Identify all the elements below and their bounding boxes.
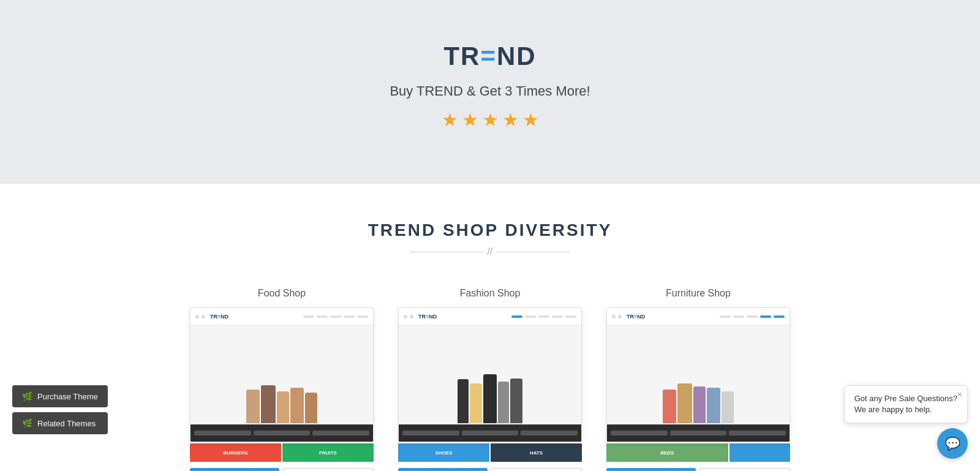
nav-link (330, 315, 341, 318)
food-thumb-strip: BURGERS FRUITS (190, 443, 374, 462)
food-preview-button[interactable]: LIVE PREVIEW (283, 468, 374, 471)
fashion-people (458, 374, 522, 423)
fashion-preview-button[interactable]: LIVE PREVIEW (491, 468, 582, 471)
bottom-bar-item (194, 431, 251, 435)
star-rating: ★ ★ ★ ★ ★ (442, 109, 539, 130)
hero-section: TR = ND Buy TREND & Get 3 Times More! ★ … (0, 0, 980, 184)
food-person-1 (246, 390, 260, 423)
furniture-person-4 (707, 388, 720, 423)
furniture-thumb-blue (729, 443, 790, 462)
chat-open-button[interactable]: 💬 (937, 428, 968, 459)
bottom-bar-item (402, 431, 459, 435)
related-label: Related Themes (37, 419, 96, 428)
fashion-thumb-label: SHOES (435, 450, 452, 456)
fashion-thumb-label2: HATS (530, 450, 543, 456)
shop-label-furniture: Furniture Shop (666, 288, 731, 299)
fashion-bottom-bar (399, 424, 581, 442)
fashion-person-3 (483, 374, 497, 423)
bottom-bar-item (611, 431, 668, 435)
chat-message-line2: We are happy to help. (854, 404, 957, 415)
nav-link (344, 315, 355, 318)
logo-nd: ND (497, 42, 537, 71)
chat-bubble: × Got any Pre Sale Questions? We are hap… (844, 385, 968, 423)
shop-preview-fashion: TR=ND (398, 307, 582, 442)
food-person-4 (290, 388, 304, 423)
star-5: ★ (522, 109, 539, 130)
furniture-card-buttons: BUY NOW LIVE PREVIEW (606, 468, 790, 471)
shop-grid: Food Shop TR=ND (61, 288, 919, 471)
fashion-card-buttons: BUY NOW LIVE PREVIEW (398, 468, 582, 471)
shop-card-furniture: Furniture Shop TR=ND (606, 288, 790, 471)
related-icon: 🌿 (22, 418, 32, 428)
food-person-5 (305, 393, 317, 423)
preview-bar-fashion: TR=ND (399, 308, 581, 325)
star-2: ★ (462, 109, 478, 130)
chat-widget: × Got any Pre Sale Questions? We are hap… (844, 385, 968, 459)
fashion-person-4 (498, 382, 509, 423)
nav-link (747, 315, 758, 318)
food-person-3 (277, 391, 289, 423)
bottom-bar-item (312, 431, 369, 435)
preview-content-fashion (399, 325, 581, 442)
furniture-people (663, 383, 734, 423)
related-themes-button[interactable]: 🌿 Related Themes (12, 412, 108, 434)
main-section: TREND SHOP DIVERSITY // Food Shop TR=ND (0, 184, 980, 471)
nav-link (565, 315, 576, 318)
nav-link (317, 315, 328, 318)
divider-line-right (496, 252, 570, 252)
fashion-thumb-shoes: SHOES (398, 443, 489, 462)
bar-dot (202, 315, 205, 318)
preview-nav-links (303, 315, 368, 318)
bottom-bar-item (670, 431, 727, 435)
fashion-thumb-hats: HATS (491, 443, 582, 462)
food-bottom-bar (190, 424, 373, 442)
purchase-label: Purchase Theme (37, 392, 98, 401)
food-person-2 (261, 385, 276, 423)
purchase-icon: 🌿 (22, 391, 32, 401)
preview-content-food (190, 325, 373, 442)
shop-label-food: Food Shop (258, 288, 306, 299)
nav-link (733, 315, 744, 318)
divider-line-left (410, 252, 484, 252)
preview-logo: TR=ND (627, 314, 645, 320)
bottom-bar-item (462, 431, 519, 435)
nav-link (511, 315, 522, 318)
preview-logo: TR=ND (418, 314, 437, 320)
section-divider: // (398, 246, 582, 257)
furniture-person-3 (693, 386, 706, 423)
section-title: TREND SHOP DIVERSITY (12, 220, 968, 240)
bottom-bar-item (254, 431, 311, 435)
preview-nav-links (720, 315, 785, 318)
nav-link (525, 315, 536, 318)
nav-link (720, 315, 731, 318)
furniture-person-1 (663, 390, 676, 423)
bar-dot (618, 315, 622, 318)
nav-link (357, 315, 368, 318)
bar-dot (195, 315, 199, 318)
furniture-buy-button[interactable]: BUY NOW (606, 468, 696, 471)
fashion-person-1 (458, 379, 469, 423)
preview-bar-furniture: TR=ND (607, 308, 790, 325)
chat-button-icon: 💬 (945, 437, 960, 450)
purchase-theme-button[interactable]: 🌿 Purchase Theme (12, 385, 108, 407)
furniture-thumb-strip: BEDS (606, 443, 790, 462)
preview-logo: TR=ND (210, 314, 228, 320)
food-thumb-label2: FRUITS (319, 450, 337, 456)
fashion-thumb-strip: SHOES HATS (398, 443, 582, 462)
nav-link (552, 315, 563, 318)
furniture-preview-button[interactable]: LIVE PREVIEW (699, 468, 790, 471)
bottom-bar-item (521, 431, 578, 435)
bar-dot (612, 315, 616, 318)
preview-nav-links (511, 315, 576, 318)
chat-close-button[interactable]: × (957, 390, 962, 399)
nav-link (538, 315, 549, 318)
fashion-buy-button[interactable]: BUY NOW (398, 468, 488, 471)
divider-icon: // (488, 246, 493, 257)
preview-content-furniture (607, 325, 790, 442)
food-thumb-fruits: FRUITS (282, 443, 374, 462)
food-buy-button[interactable]: BUY NOW (190, 468, 279, 471)
nav-link (303, 315, 314, 318)
furniture-person-5 (722, 391, 734, 423)
star-4: ★ (502, 109, 519, 130)
fashion-person-5 (510, 379, 522, 423)
